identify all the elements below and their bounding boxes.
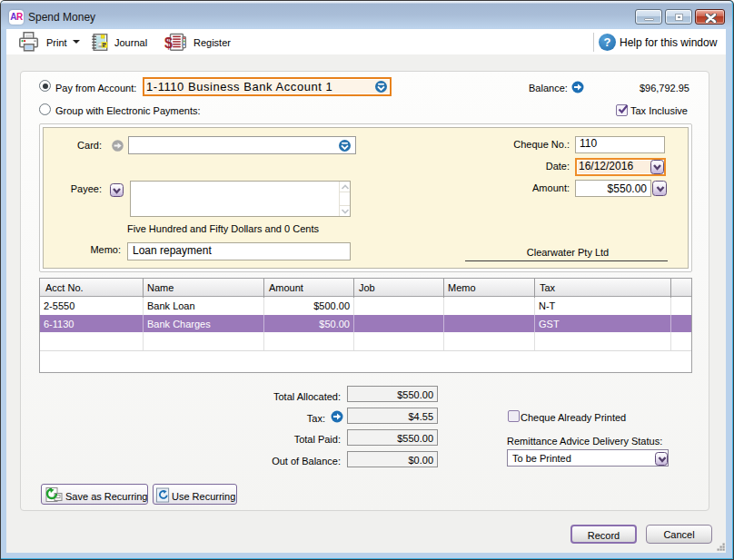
svg-text:$: $ xyxy=(164,35,173,51)
